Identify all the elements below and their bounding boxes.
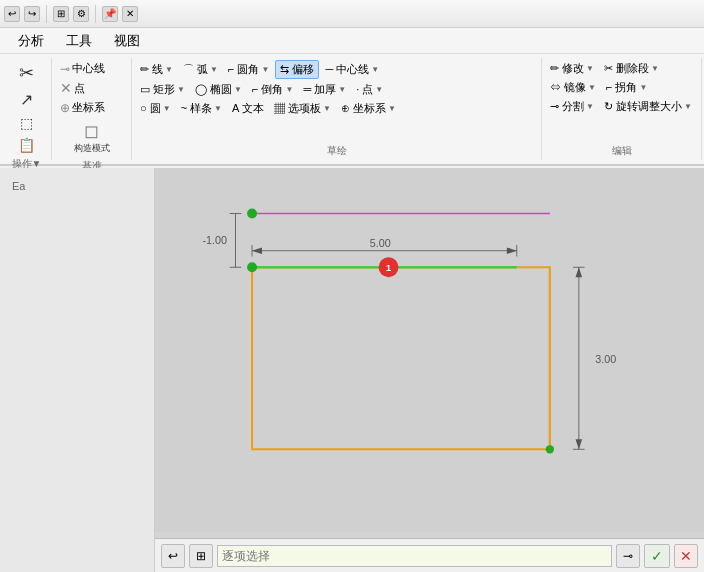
sketch-row1: ✏ 线 ▼ ⌒ 弧 ▼ ⌐ 圆角 ▼ ⇆ 偏移 ─ 中心线 ▼ bbox=[136, 60, 537, 79]
dot-top-left bbox=[247, 209, 257, 219]
point-btn[interactable]: ✕ 点 bbox=[56, 79, 127, 97]
ellipse-btn[interactable]: ◯ 椭圆 ▼ bbox=[191, 81, 246, 98]
edit-row2: ⇔ 镜像 ▼ ⌐ 拐角 ▼ bbox=[546, 79, 697, 96]
bottom-icon-btn[interactable]: ↩ bbox=[161, 544, 185, 568]
dot-left-junction bbox=[247, 262, 257, 272]
select-btn[interactable]: ↗ bbox=[11, 88, 43, 111]
spline-btn[interactable]: ~ 样条 ▼ bbox=[177, 100, 226, 117]
circle-btn[interactable]: ○ 圆 ▼ bbox=[136, 100, 175, 117]
main-drawing-svg: 5.00 3.00 -1.00 1 bbox=[155, 168, 704, 532]
menu-analyze[interactable]: 分析 bbox=[8, 29, 54, 53]
text-btn[interactable]: A 文本 bbox=[228, 100, 268, 117]
menu-bar: 分析 工具 视图 bbox=[0, 28, 704, 54]
bottom-extra-btn[interactable]: ⊸ bbox=[616, 544, 640, 568]
dim-text-5: 5.00 bbox=[370, 237, 391, 249]
menu-tools[interactable]: 工具 bbox=[56, 29, 102, 53]
menu-view[interactable]: 视图 bbox=[104, 29, 150, 53]
rect-btn[interactable]: ▭ 矩形 ▼ bbox=[136, 81, 189, 98]
coordinate2-btn[interactable]: ⊕ 坐标系 ▼ bbox=[337, 100, 400, 117]
dim-arrow-up-3 bbox=[576, 267, 583, 277]
close-title-btn[interactable]: ✕ bbox=[122, 6, 138, 22]
construct-mode-btn[interactable]: ◻ 构造模式 bbox=[70, 118, 114, 157]
dim-arrow-down-3 bbox=[576, 439, 583, 449]
redo-btn[interactable]: ↪ bbox=[24, 6, 40, 22]
dot-bottom-right bbox=[546, 445, 554, 453]
dim-text-3: 3.00 bbox=[595, 353, 616, 365]
point2-btn[interactable]: · 点 ▼ bbox=[352, 81, 387, 98]
dim-arrow-left-5 bbox=[252, 247, 262, 254]
title-separator bbox=[46, 5, 47, 23]
centerline-btn[interactable]: ⊸ 中心线 bbox=[56, 60, 127, 77]
arc-btn[interactable]: ⌒ 弧 ▼ bbox=[179, 61, 222, 78]
modify-btn[interactable]: ✏ 修改 ▼ bbox=[546, 60, 598, 77]
grid-btn[interactable]: ⊞ bbox=[53, 6, 69, 22]
option-board-btn[interactable]: ▦ 选项板 ▼ bbox=[270, 100, 335, 117]
ribbon-group-operations: ✂ ↗ ⬚ 📋 操作▼ bbox=[2, 58, 52, 160]
paste-btn[interactable]: 📋 bbox=[11, 135, 43, 155]
line-btn[interactable]: ✏ 线 ▼ bbox=[136, 61, 177, 78]
left-sidebar: Ea bbox=[0, 168, 155, 572]
delete-segment-btn[interactable]: ✂ 删除段 ▼ bbox=[600, 60, 663, 77]
coordinate-btn[interactable]: ⊕ 坐标系 bbox=[56, 99, 127, 116]
corner-btn[interactable]: ⌐ 圆角 ▼ bbox=[224, 61, 273, 78]
title-bar: ↩ ↪ ⊞ ⚙ 📌 ✕ bbox=[0, 0, 704, 28]
dim-text-neg1: -1.00 bbox=[202, 234, 227, 246]
edit-row1: ✏ 修改 ▼ ✂ 删除段 ▼ bbox=[546, 60, 697, 77]
rotate-resize-btn[interactable]: ↻ 旋转调整大小 ▼ bbox=[600, 98, 696, 115]
canvas-area: 5.00 3.00 -1.00 1 ↩ ⊞ ⊸ ✓ ✕ bbox=[155, 168, 704, 572]
bottom-grid-btn[interactable]: ⊞ bbox=[189, 544, 213, 568]
title-separator2 bbox=[95, 5, 96, 23]
edit-row3: ⊸ 分割 ▼ ↻ 旋转调整大小 ▼ bbox=[546, 98, 697, 115]
sketch-label: 草绘 bbox=[327, 142, 347, 158]
dim-arrow-right-5 bbox=[507, 247, 517, 254]
thicken-btn[interactable]: ═ 加厚 ▼ bbox=[299, 81, 350, 98]
edit-label: 编辑 bbox=[612, 142, 632, 158]
scissors-btn[interactable]: ✂ bbox=[11, 60, 43, 86]
sidebar-content: Ea bbox=[0, 168, 154, 204]
chamfer-btn[interactable]: ⌐ 倒角 ▼ bbox=[248, 81, 297, 98]
centerline2-btn[interactable]: ─ 中心线 ▼ bbox=[321, 61, 383, 78]
constraint-badge-label: 1 bbox=[386, 262, 392, 273]
sidebar-item-ea[interactable]: Ea bbox=[8, 176, 146, 196]
split-btn[interactable]: ⊸ 分割 ▼ bbox=[546, 98, 598, 115]
corner2-btn[interactable]: ⌐ 拐角 ▼ bbox=[602, 79, 651, 96]
confirm-btn[interactable]: ✓ bbox=[644, 544, 670, 568]
cancel-btn[interactable]: ✕ bbox=[674, 544, 698, 568]
bottom-bar: ↩ ⊞ ⊸ ✓ ✕ bbox=[155, 538, 704, 572]
offset-btn[interactable]: ⇆ 偏移 bbox=[275, 60, 319, 79]
drawing-canvas[interactable]: 5.00 3.00 -1.00 1 bbox=[155, 168, 704, 532]
sketch-row3: ○ 圆 ▼ ~ 样条 ▼ A 文本 ▦ 选项板 ▼ ⊕ 坐标系 ▼ bbox=[136, 100, 537, 117]
ribbon-group-base: ⊸ 中心线 ✕ 点 ⊕ 坐标系 ◻ 构造模式 基准 bbox=[52, 58, 132, 160]
command-input[interactable] bbox=[217, 545, 612, 567]
undo-btn[interactable]: ↩ bbox=[4, 6, 20, 22]
ribbon-group-edit: ✏ 修改 ▼ ✂ 删除段 ▼ ⇔ 镜像 ▼ ⌐ 拐角 ▼ ⊸ 分割 ▼ ↻ 旋转… bbox=[542, 58, 702, 160]
copy-btn[interactable]: ⬚ bbox=[11, 113, 43, 133]
settings-btn[interactable]: ⚙ bbox=[73, 6, 89, 22]
sketch-row2: ▭ 矩形 ▼ ◯ 椭圆 ▼ ⌐ 倒角 ▼ ═ 加厚 ▼ · 点 ▼ bbox=[136, 81, 537, 98]
orange-rectangle[interactable] bbox=[252, 267, 550, 449]
mirror-btn[interactable]: ⇔ 镜像 ▼ bbox=[546, 79, 600, 96]
bottom-input-area bbox=[217, 545, 612, 567]
pin-btn[interactable]: 📌 bbox=[102, 6, 118, 22]
ribbon-group-sketch: ✏ 线 ▼ ⌒ 弧 ▼ ⌐ 圆角 ▼ ⇆ 偏移 ─ 中心线 ▼ ▭ 矩形 ▼ ◯… bbox=[132, 58, 542, 160]
ribbon: ✂ ↗ ⬚ 📋 操作▼ ⊸ 中心线 ✕ 点 ⊕ 坐标系 ◻ 构造模式 bbox=[0, 54, 704, 166]
